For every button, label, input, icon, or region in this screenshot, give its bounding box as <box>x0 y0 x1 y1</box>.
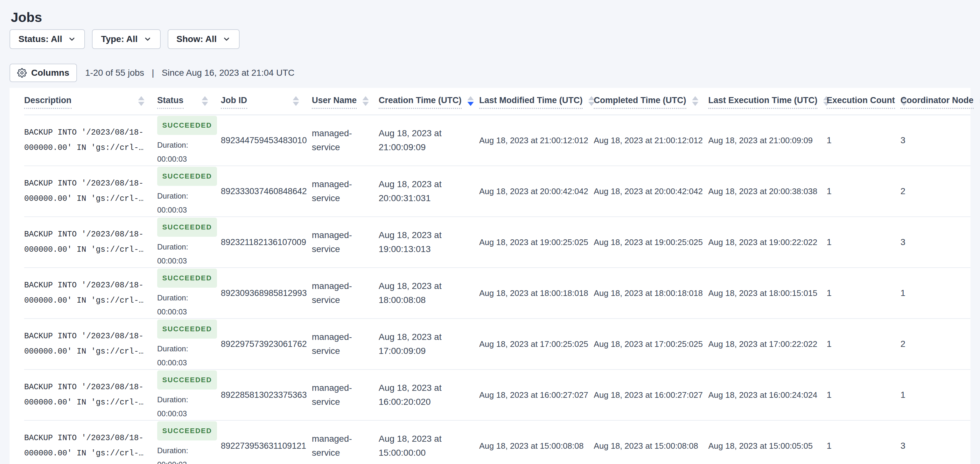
type-filter-dropdown[interactable]: Type: All <box>92 29 161 49</box>
table-row[interactable]: BACKUP INTO '/2023/08/18- 000000.00' IN … <box>24 217 970 268</box>
column-header[interactable]: Status <box>157 88 221 115</box>
job-description-link[interactable]: BACKUP INTO '/2023/08/18- 000000.00' IN … <box>24 332 143 356</box>
coordinator-node-cell: 1 <box>900 370 970 420</box>
column-header[interactable]: Coordinator Node <box>900 88 970 115</box>
column-header[interactable]: Execution Count <box>827 88 900 115</box>
column-header[interactable]: Completed Time (UTC) <box>594 88 708 115</box>
sort-arrows-icon[interactable] <box>138 96 145 108</box>
column-header[interactable]: Creation Time (UTC) <box>379 88 479 115</box>
column-header-label: Creation Time (UTC) <box>379 96 462 109</box>
sort-arrows-icon[interactable] <box>692 96 698 108</box>
column-header[interactable]: Last Modified Time (UTC) <box>479 88 594 115</box>
column-header[interactable]: Last Execution Time (UTC) <box>708 88 827 115</box>
column-header-label: Status <box>157 96 184 109</box>
job-id-cell: 892273953631109121 <box>221 420 312 464</box>
status-badge: SUCCEEDED <box>157 269 217 288</box>
job-description-cell: BACKUP INTO '/2023/08/18- 000000.00' IN … <box>24 166 157 217</box>
table-row[interactable]: BACKUP INTO '/2023/08/18- 000000.00' IN … <box>24 268 970 319</box>
status-badge: SUCCEEDED <box>157 167 217 186</box>
show-filter-label: Show: All <box>177 34 217 44</box>
status-filter-label: Status: All <box>19 34 62 44</box>
job-id-cell: 892344759453483010 <box>221 115 312 166</box>
last-execution-time-cell: Aug 18, 2023 at 21:00:09:09 <box>708 115 827 166</box>
execution-count-cell: 1 <box>827 217 900 268</box>
execution-count-cell: 1 <box>827 319 900 370</box>
last-modified-time-cell: Aug 18, 2023 at 15:00:08:08 <box>479 420 594 464</box>
duration-label: Duration: <box>157 190 208 202</box>
duration-value: 00:00:03 <box>157 153 208 165</box>
table-row[interactable]: BACKUP INTO '/2023/08/18- 000000.00' IN … <box>24 420 970 464</box>
sort-arrows-icon[interactable] <box>202 96 208 108</box>
duration-value: 00:00:03 <box>157 459 208 464</box>
table-row[interactable]: BACKUP INTO '/2023/08/18- 000000.00' IN … <box>24 319 970 370</box>
table-row[interactable]: BACKUP INTO '/2023/08/18- 000000.00' IN … <box>24 370 970 420</box>
sort-desc-arrow <box>468 102 474 106</box>
job-description-link[interactable]: BACKUP INTO '/2023/08/18- 000000.00' IN … <box>24 230 143 254</box>
job-description-link[interactable]: BACKUP INTO '/2023/08/18- 000000.00' IN … <box>24 434 143 458</box>
table-toolbar: Columns 1-20 of 55 jobs | Since Aug 16, … <box>10 64 970 82</box>
sort-arrows-icon[interactable] <box>468 96 474 108</box>
duration-label: Duration: <box>157 292 208 304</box>
chevron-down-icon <box>223 35 231 43</box>
jobs-page: Jobs Status: All Type: All Show: All Col… <box>0 0 980 464</box>
chevron-down-icon <box>143 35 152 43</box>
user-name-cell: managed-service <box>312 217 379 268</box>
job-status-cell: SUCCEEDED Duration: 00:00:03 <box>157 115 221 166</box>
execution-count-cell: 1 <box>827 370 900 420</box>
creation-time-cell: Aug 18, 2023 at 16:00:20:020 <box>379 370 479 420</box>
execution-count-cell: 1 <box>827 420 900 464</box>
completed-time-cell: Aug 18, 2023 at 21:00:12:012 <box>594 115 708 166</box>
user-name-cell: managed-service <box>312 166 379 217</box>
status-badge: SUCCEEDED <box>157 319 217 339</box>
job-id-cell: 892297573923061762 <box>221 319 312 370</box>
sort-arrows-icon[interactable] <box>293 96 299 108</box>
last-modified-time-cell: Aug 18, 2023 at 18:00:18:018 <box>479 268 594 319</box>
sort-arrows-icon[interactable] <box>363 96 369 108</box>
column-header-label: Completed Time (UTC) <box>594 96 686 109</box>
last-modified-time-cell: Aug 18, 2023 at 21:00:12:012 <box>479 115 594 166</box>
columns-button[interactable]: Columns <box>10 64 77 82</box>
results-summary: 1-20 of 55 jobs | Since Aug 16, 2023 at … <box>85 68 294 78</box>
show-filter-dropdown[interactable]: Show: All <box>168 29 240 49</box>
duration-label: Duration: <box>157 394 208 405</box>
chevron-down-icon <box>68 35 76 43</box>
coordinator-node-cell: 3 <box>900 115 970 166</box>
duration-label: Duration: <box>157 241 208 253</box>
job-description-link[interactable]: BACKUP INTO '/2023/08/18- 000000.00' IN … <box>24 179 143 203</box>
column-header[interactable]: Description <box>24 88 157 115</box>
completed-time-cell: Aug 18, 2023 at 20:00:42:042 <box>594 166 708 217</box>
column-header[interactable]: Job ID <box>221 88 312 115</box>
column-header-label: Last Execution Time (UTC) <box>708 96 818 109</box>
table-row[interactable]: BACKUP INTO '/2023/08/18- 000000.00' IN … <box>24 115 970 166</box>
coordinator-node-cell: 3 <box>900 420 970 464</box>
creation-time-cell: Aug 18, 2023 at 19:00:13:013 <box>379 217 479 268</box>
filter-row: Status: All Type: All Show: All <box>10 29 970 49</box>
status-badge: SUCCEEDED <box>157 421 217 440</box>
sort-desc-arrow <box>293 102 299 106</box>
status-badge: SUCCEEDED <box>157 370 217 389</box>
creation-time-cell: Aug 18, 2023 at 21:00:09:09 <box>379 115 479 166</box>
coordinator-node-cell: 2 <box>900 319 970 370</box>
last-modified-time-cell: Aug 18, 2023 at 17:00:25:025 <box>479 319 594 370</box>
column-header-label: Description <box>24 96 72 109</box>
job-description-link[interactable]: BACKUP INTO '/2023/08/18- 000000.00' IN … <box>24 281 143 305</box>
job-description-cell: BACKUP INTO '/2023/08/18- 000000.00' IN … <box>24 268 157 319</box>
duration-value: 00:00:03 <box>157 306 208 317</box>
job-description-link[interactable]: BACKUP INTO '/2023/08/18- 000000.00' IN … <box>24 383 143 407</box>
column-header[interactable]: User Name <box>312 88 379 115</box>
job-description-link[interactable]: BACKUP INTO '/2023/08/18- 000000.00' IN … <box>24 128 143 152</box>
duration-value: 00:00:03 <box>157 255 208 267</box>
sort-asc-arrow <box>138 96 145 100</box>
status-filter-dropdown[interactable]: Status: All <box>10 29 85 49</box>
table-row[interactable]: BACKUP INTO '/2023/08/18- 000000.00' IN … <box>24 166 970 217</box>
summary-separator: | <box>152 68 154 78</box>
sort-desc-arrow <box>363 102 369 106</box>
duration-value: 00:00:03 <box>157 357 208 368</box>
column-header-label: Last Modified Time (UTC) <box>479 96 582 109</box>
duration-value: 00:00:03 <box>157 408 208 419</box>
gear-icon <box>17 68 27 78</box>
since-timestamp: Since Aug 16, 2023 at 21:04 UTC <box>162 68 294 78</box>
completed-time-cell: Aug 18, 2023 at 15:00:08:08 <box>594 420 708 464</box>
status-badge: SUCCEEDED <box>157 218 217 237</box>
job-id-cell: 892309368985812993 <box>221 268 312 319</box>
